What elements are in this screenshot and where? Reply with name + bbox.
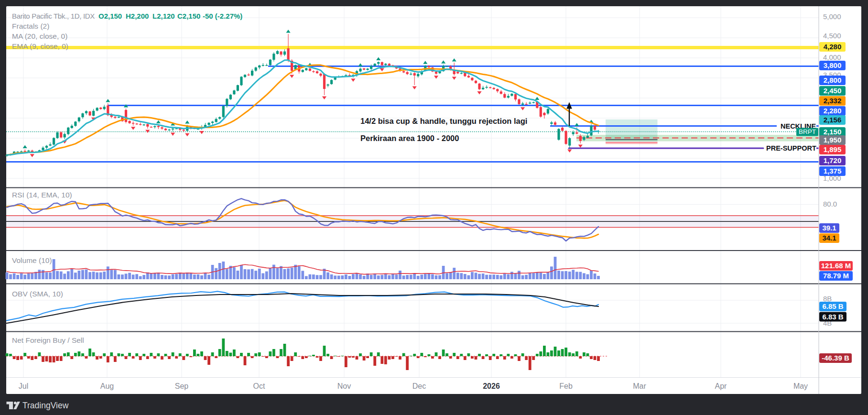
svg-text:1,720: 1,720 xyxy=(824,156,842,164)
svg-text:Oct: Oct xyxy=(253,382,265,390)
svg-text:2,150: 2,150 xyxy=(824,128,842,136)
svg-text:1,375: 1,375 xyxy=(824,167,842,175)
svg-text:1,950: 1,950 xyxy=(824,136,842,144)
svg-text:OBV (SMA, 10): OBV (SMA, 10) xyxy=(12,290,63,298)
svg-text:Volume (10): Volume (10) xyxy=(12,256,52,264)
svg-text:39.1: 39.1 xyxy=(822,224,836,232)
svg-text:Aug: Aug xyxy=(100,382,114,390)
svg-text:May: May xyxy=(793,382,808,390)
svg-text:14/2 bisa cup & handle, tunggu: 14/2 bisa cup & handle, tunggu rejection… xyxy=(360,117,527,125)
svg-text:Fractals (2): Fractals (2) xyxy=(12,22,49,30)
svg-text:C2,150: C2,150 xyxy=(177,12,200,20)
svg-text:3,800: 3,800 xyxy=(824,61,842,69)
svg-text:-46.39 B: -46.39 B xyxy=(822,354,849,362)
svg-text:Nov: Nov xyxy=(337,382,351,390)
svg-text:Dec: Dec xyxy=(412,382,426,390)
svg-text:Net Foreign Buy / Sell: Net Foreign Buy / Sell xyxy=(12,336,84,344)
svg-text:BRPT: BRPT xyxy=(799,128,816,135)
svg-text:MA (20, close, 0): MA (20, close, 0) xyxy=(12,32,67,40)
svg-text:PRE-SUPPORT: PRE-SUPPORT xyxy=(766,144,816,152)
svg-text:-50 (-2.27%): -50 (-2.27%) xyxy=(203,12,242,20)
svg-text:EMA (9, close, 0): EMA (9, close, 0) xyxy=(12,42,68,50)
svg-text:Mar: Mar xyxy=(633,382,646,390)
svg-text:TradingView: TradingView xyxy=(22,401,69,410)
svg-text:2,800: 2,800 xyxy=(824,76,842,84)
svg-text:34.1: 34.1 xyxy=(822,234,836,242)
svg-text:Perkiraan area 1900 - 2000: Perkiraan area 1900 - 2000 xyxy=(360,134,459,142)
svg-text:H2,200: H2,200 xyxy=(126,12,149,20)
svg-text:78.79 M: 78.79 M xyxy=(823,272,849,280)
svg-text:2,450: 2,450 xyxy=(824,87,842,95)
svg-text:4,280: 4,280 xyxy=(824,43,842,51)
svg-text:L2,120: L2,120 xyxy=(152,12,175,20)
svg-text:6.85 B: 6.85 B xyxy=(822,302,843,310)
svg-text:Sep: Sep xyxy=(175,382,189,390)
svg-text:RSI (14, EMA, 10): RSI (14, EMA, 10) xyxy=(12,191,72,199)
svg-text:Feb: Feb xyxy=(559,382,573,390)
svg-text:2,332: 2,332 xyxy=(824,97,842,105)
svg-text:Apr: Apr xyxy=(715,382,727,390)
svg-text:5,000: 5,000 xyxy=(823,12,841,21)
svg-text:80.0: 80.0 xyxy=(823,200,837,208)
svg-text:2,280: 2,280 xyxy=(824,107,842,115)
svg-text:2026: 2026 xyxy=(483,382,500,390)
svg-text:1,895: 1,895 xyxy=(824,145,842,153)
svg-text:6.83 B: 6.83 B xyxy=(822,313,843,321)
svg-text:8B: 8B xyxy=(823,295,832,303)
svg-text:4,000: 4,000 xyxy=(823,53,841,61)
svg-text:121.68 M: 121.68 M xyxy=(821,262,851,270)
svg-text:Jul: Jul xyxy=(19,382,28,390)
svg-text:2,156: 2,156 xyxy=(824,116,842,124)
svg-text:Barito Pacific Tbk., 1D, IDX: Barito Pacific Tbk., 1D, IDX xyxy=(12,12,95,20)
svg-text:4,500: 4,500 xyxy=(823,32,841,40)
svg-text:O2,150: O2,150 xyxy=(98,12,122,20)
